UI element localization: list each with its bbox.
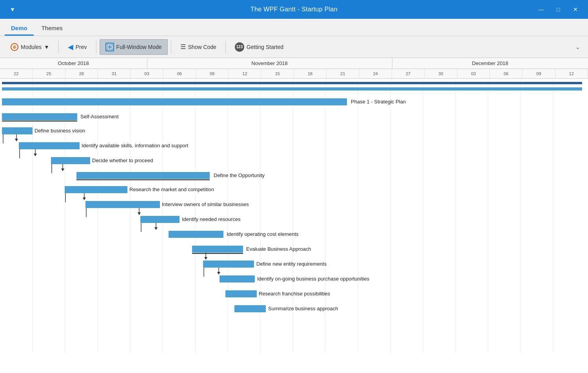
label-identify-cost: Identify operating cost elements (227, 231, 299, 237)
day-24: 24 (359, 69, 392, 78)
tab-bar: Demo Themes (0, 19, 588, 36)
code-icon: ☰ (180, 43, 186, 51)
day-09b: 09 (523, 69, 555, 78)
separator-1 (58, 41, 59, 53)
label-research-franchise: Research franchise possibilities (259, 291, 330, 297)
bar-research (65, 186, 127, 193)
bar-interview (85, 201, 160, 208)
bar-research-franchise (225, 290, 257, 297)
day-12b: 12 (555, 69, 588, 78)
getting-started-button[interactable]: 123 Getting Started (229, 39, 289, 55)
window-controls: — □ ✕ (533, 3, 583, 16)
bar-decide (51, 157, 90, 164)
month-row: October 2018 November 2018 December 2018 (0, 58, 588, 69)
label-selfassess: Self-Assessment (80, 114, 119, 120)
full-window-button[interactable]: Full-Window Mode (100, 39, 168, 55)
prev-arrow-icon: ◀ (68, 43, 73, 51)
gantt-svg: Phase 1 - Strategic Plan Self-Assessment… (0, 79, 588, 353)
maximize-button[interactable]: □ (550, 3, 566, 16)
day-06a: 06 (163, 69, 196, 78)
day-06b: 06 (490, 69, 523, 78)
bar-row2-blue (2, 87, 582, 91)
bar-evaluate (192, 246, 243, 253)
dep-arrow-1 (15, 139, 18, 141)
day-25: 25 (33, 69, 65, 78)
label-define-entity: Define new entity requirements (256, 261, 327, 267)
bar-identify-res (140, 216, 180, 223)
modules-button[interactable]: ⊕ Modules ▼ (5, 39, 55, 55)
day-03a: 03 (131, 69, 163, 78)
compass-icon: ⊕ (11, 43, 18, 51)
label-define-bv: Define business vision (34, 128, 85, 134)
day-row: 22 25 28 31 03 06 09 12 15 18 21 24 27 3… (0, 69, 588, 78)
bar-identify-cost (169, 231, 223, 238)
full-window-icon (105, 43, 114, 51)
label-summarize: Summarize business approach (268, 306, 338, 311)
label-identify-ongo: Identify on-going business purchase oppo… (257, 276, 370, 282)
app-menu-button[interactable]: ▼ (5, 3, 20, 16)
gantt-container: October 2018 November 2018 December 2018… (0, 58, 588, 373)
timeline-header: October 2018 November 2018 December 2018… (0, 58, 588, 79)
dropdown-arrow-icon: ▼ (44, 44, 49, 50)
separator-3 (171, 41, 171, 53)
bar-define-opp (76, 172, 210, 179)
bar-identify-skills (19, 142, 80, 149)
show-code-button[interactable]: ☰ Show Code (174, 39, 222, 55)
prev-button[interactable]: ◀ Prev (62, 39, 93, 55)
bar-define-bv (2, 127, 33, 134)
day-28: 28 (65, 69, 98, 78)
bar-row1-dark (2, 82, 582, 84)
day-18: 18 (294, 69, 327, 78)
bar-selfassess (2, 113, 77, 120)
arrows-icon (107, 44, 113, 50)
tab-demo[interactable]: Demo (5, 22, 34, 36)
tab-themes[interactable]: Themes (35, 22, 69, 36)
day-12a: 12 (229, 69, 261, 78)
separator-4 (225, 41, 226, 53)
day-31: 31 (98, 69, 131, 78)
bar-phase1 (2, 98, 347, 105)
dep-arrow-7 (204, 257, 207, 260)
label-decide: Decide whether to proceed (92, 158, 153, 163)
dep-arrow-5 (138, 212, 141, 215)
day-27: 27 (392, 69, 425, 78)
title-bar-left: ▼ (5, 3, 20, 16)
label-evaluate: Evaluate Business Approach (246, 246, 311, 252)
bar-define-entity (203, 261, 254, 268)
label-identify-res: Identify needed resources (182, 216, 241, 222)
dep-arrow-8 (217, 272, 220, 275)
dep-arrow-4 (83, 197, 86, 200)
label-identify-skills: Identify available skills, information a… (82, 143, 189, 148)
toolbar-chevron-icon[interactable]: ⌄ (572, 42, 583, 52)
minimize-button[interactable]: — (533, 3, 549, 16)
day-21: 21 (327, 69, 359, 78)
gantt-chart: Phase 1 - Strategic Plan Self-Assessment… (0, 79, 588, 373)
dep-arrow-2 (34, 154, 37, 156)
dep-arrow-6 (154, 227, 158, 230)
month-november: November 2018 (147, 58, 392, 69)
label-research: Research the market and competition (129, 186, 214, 192)
month-december: December 2018 (392, 58, 588, 69)
dep-arrow-3 (61, 168, 64, 171)
close-button[interactable]: ✕ (568, 3, 583, 16)
separator-2 (96, 41, 96, 53)
title-bar: ▼ The WPF Gantt - Startup Plan — □ ✕ (0, 0, 588, 19)
label-define-opp: Define the Opportunity (214, 172, 265, 178)
bar-summarize (234, 305, 266, 312)
app-title: The WPF Gantt - Startup Plan (250, 6, 338, 13)
label-phase1: Phase 1 - Strategic Plan (351, 99, 406, 105)
month-october: October 2018 (0, 58, 147, 69)
day-09a: 09 (196, 69, 229, 78)
toolbar: ⊕ Modules ▼ ◀ Prev Full-Window Mode ☰ Sh… (0, 36, 588, 58)
hamburger-icon: ▼ (10, 6, 15, 13)
day-03b: 03 (457, 69, 490, 78)
badge-icon: 123 (235, 42, 244, 52)
day-15: 15 (261, 69, 294, 78)
day-30: 30 (425, 69, 457, 78)
label-interview: Interview owners of similar businesses (162, 201, 249, 207)
bar-identify-ongo (220, 275, 255, 282)
day-22: 22 (0, 69, 33, 78)
